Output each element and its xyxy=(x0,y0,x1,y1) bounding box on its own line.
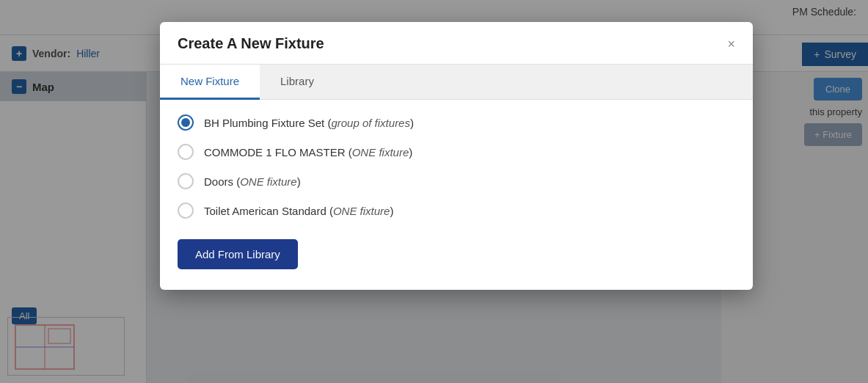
modal-title: Create A New Fixture xyxy=(178,35,324,52)
modal-header: Create A New Fixture × xyxy=(160,22,753,65)
modal-tabs: New Fixture Library xyxy=(160,65,753,100)
fixture-option-3[interactable]: Doors (ONE fixture) xyxy=(178,173,735,189)
tab-new-fixture[interactable]: New Fixture xyxy=(160,65,260,100)
radio-circle-2 xyxy=(178,144,194,160)
add-from-library-button[interactable]: Add From Library xyxy=(178,239,298,269)
modal-close-button[interactable]: × xyxy=(727,37,735,51)
modal-body: New Fixture Library BH Plumbing Fixture … xyxy=(160,65,753,290)
fixture-option-2[interactable]: COMMODE 1 FLO MASTER (ONE fixture) xyxy=(178,144,735,160)
fixture-option-3-label: Doors (ONE fixture) xyxy=(204,175,301,188)
fixture-option-4-label: Toilet American Standard (ONE fixture) xyxy=(204,205,393,217)
create-fixture-modal: Create A New Fixture × New Fixture Libra… xyxy=(160,22,753,290)
tab-library[interactable]: Library xyxy=(260,65,335,100)
fixture-option-1[interactable]: BH Plumbing Fixture Set (group of fixtur… xyxy=(178,114,735,131)
radio-circle-1 xyxy=(178,114,194,131)
fixture-option-1-label: BH Plumbing Fixture Set (group of fixtur… xyxy=(204,117,414,129)
tab-spacer xyxy=(335,65,753,99)
fixture-option-4[interactable]: Toilet American Standard (ONE fixture) xyxy=(178,203,735,219)
fixture-options-list: BH Plumbing Fixture Set (group of fixtur… xyxy=(160,100,753,233)
radio-circle-4 xyxy=(178,203,194,219)
fixture-option-2-label: COMMODE 1 FLO MASTER (ONE fixture) xyxy=(204,146,412,158)
radio-circle-3 xyxy=(178,173,194,189)
